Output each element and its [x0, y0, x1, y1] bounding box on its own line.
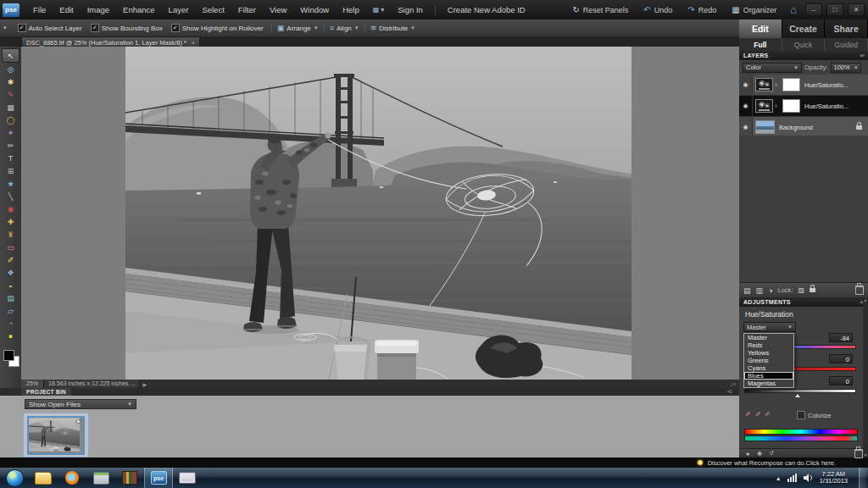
status-resize-icon[interactable]: ⁞≡ — [731, 381, 739, 387]
layer-thumbnail[interactable] — [755, 120, 775, 134]
lock-transparency-icon[interactable]: ▨ — [798, 286, 804, 294]
layer-row-hue-saturatio[interactable]: ◉∞Hue/Saturatio... — [739, 75, 868, 96]
project-bin-menu-icon[interactable]: ▪≡ — [727, 389, 732, 394]
create-adobe-id-link[interactable]: Create New Adobe ID — [441, 0, 532, 19]
sign-in-link[interactable]: Sign In — [391, 0, 430, 19]
distribute-button[interactable]: ≋Distribute▼ — [364, 24, 420, 32]
type-tool[interactable]: T — [3, 152, 19, 164]
opacity-dropdown[interactable]: 100% ▼ — [831, 63, 861, 73]
lock-all-icon[interactable] — [810, 288, 815, 292]
foreground-color-swatch[interactable] — [3, 350, 14, 361]
workspace-layout-button[interactable]: ▦▾ — [373, 6, 385, 14]
taskbar-on-screen-keyboard-button[interactable] — [173, 468, 202, 488]
project-bin-tab[interactable]: PROJECT BIN — [21, 388, 71, 396]
status-arrow-icon[interactable]: ▶ — [140, 381, 149, 387]
red-eye-removal-tool[interactable]: ◉ — [3, 202, 19, 215]
zoom-level[interactable]: 25% — [21, 380, 43, 388]
layer-visibility-toggle[interactable]: ◉ — [739, 75, 753, 95]
eraser-tool[interactable]: ▭ — [3, 241, 19, 253]
new-layer-icon[interactable]: ▤ — [743, 286, 751, 295]
menu-image[interactable]: Image — [81, 0, 116, 19]
colorize-checkbox[interactable] — [797, 411, 805, 419]
crop-tool[interactable]: ⊞ — [3, 164, 19, 177]
reset-adjustment-icon[interactable]: ↺ — [769, 450, 774, 457]
delete-layer-icon[interactable] — [855, 286, 864, 295]
blend-mode-dropdown[interactable]: Color ▼ — [743, 63, 802, 73]
home-icon[interactable]: ⌂ — [786, 3, 801, 16]
mode-full[interactable]: Full — [739, 38, 782, 51]
cookie-cutter-tool[interactable]: ★ — [3, 177, 19, 190]
sponge-tool[interactable]: ● — [3, 330, 19, 342]
channel-option-master[interactable]: Master — [744, 334, 793, 341]
menu-edit[interactable]: Edit — [53, 0, 80, 19]
close-button[interactable]: ✕ — [848, 3, 865, 16]
menu-filter[interactable]: Filter — [231, 0, 263, 19]
speaker-icon[interactable] — [804, 474, 814, 482]
notification-text[interactable]: Discover what Recompose can do.Click her… — [708, 459, 836, 467]
taskbar-library-button[interactable] — [115, 468, 144, 488]
scroll-down-icon[interactable]: ▼ — [864, 452, 868, 458]
tab-edit[interactable]: Edit — [739, 19, 782, 38]
menu-help[interactable]: Help — [336, 0, 366, 19]
delete-adjustment-icon[interactable] — [854, 449, 863, 458]
move-tool[interactable]: ↖ — [2, 48, 19, 63]
panel-menu-icon[interactable]: ▪≡ — [860, 53, 864, 58]
layer-mask-thumbnail[interactable] — [782, 78, 800, 92]
shape-tool[interactable]: ▱ — [3, 304, 19, 317]
undo-button[interactable]: ↶ Undo — [637, 5, 678, 14]
magic-wand-tool[interactable]: ✦ — [3, 126, 19, 139]
taskbar-photoshop-elements-button[interactable]: pse — [144, 468, 173, 488]
lightness-slider-handle[interactable] — [795, 394, 800, 397]
tab-create[interactable]: Create — [782, 19, 826, 38]
taskbar-control-panel-button[interactable] — [86, 468, 115, 488]
channel-option-magentas[interactable]: Magentas — [744, 380, 793, 387]
panel-scrollbar[interactable]: ▲ ▼ — [863, 297, 868, 458]
checkbox-icon[interactable]: ✓ — [18, 24, 26, 32]
restore-button[interactable]: □ — [826, 3, 843, 16]
menu-layer[interactable]: Layer — [162, 0, 196, 19]
straighten-tool[interactable]: ╲ — [3, 190, 19, 202]
menu-window[interactable]: Window — [293, 0, 336, 19]
adjustment-layer-thumbnail[interactable] — [755, 99, 773, 113]
channel-option-reds[interactable]: Reds — [744, 341, 793, 349]
channel-option-cyans[interactable]: Cyans — [744, 364, 793, 372]
lightness-value-field[interactable]: 0 — [829, 376, 853, 385]
saturation-value-field[interactable]: 0 — [829, 354, 853, 363]
rectangular-marquee-tool[interactable]: ▦ — [3, 101, 19, 114]
mode-quick[interactable]: Quick — [782, 38, 826, 51]
option-auto-select-layer[interactable]: ✓Auto Select Layer — [14, 24, 86, 32]
network-icon[interactable] — [787, 474, 798, 482]
blur-tool[interactable]: ◔ — [3, 317, 19, 330]
channel-option-blues[interactable]: Blues — [744, 372, 793, 380]
organizer-button[interactable]: ▦ Organizer — [726, 5, 782, 14]
gradient-tool[interactable]: ▤ — [3, 291, 19, 304]
lasso-tool[interactable]: ◯ — [3, 114, 19, 126]
checkbox-icon[interactable]: ✓ — [91, 24, 99, 32]
mode-guided[interactable]: Guided — [825, 38, 868, 51]
bin-filter-dropdown[interactable]: Show Open Files ▼ — [25, 399, 136, 409]
pencil-tool[interactable]: ✐ — [3, 253, 19, 266]
minimize-button[interactable]: – — [805, 3, 822, 16]
zoom-tool[interactable]: ◎ — [3, 63, 19, 75]
smart-brush-tool[interactable]: ❖ — [3, 266, 19, 279]
hue-value-field[interactable]: -84 — [829, 333, 853, 342]
document-dimensions[interactable]: 18.563 inches x 12.225 inches ... — [43, 380, 140, 388]
layer-mask-thumbnail[interactable] — [782, 99, 800, 113]
eyedropper-subtract-icon[interactable]: ✎ — [763, 411, 771, 417]
clone-stamp-tool[interactable]: ♜ — [3, 228, 19, 241]
new-adjustment-layer-icon[interactable]: ◑ — [768, 286, 772, 295]
option-show-highlight-on-rollover[interactable]: ✓Show Highlight on Rollover — [167, 24, 268, 32]
adjustments-panel-header[interactable]: ADJUSTMENTS ▪≡ — [739, 297, 868, 307]
reset-panels-button[interactable]: ↻ Reset Panels — [566, 5, 634, 14]
photo-canvas[interactable] — [125, 47, 632, 380]
tray-expand-icon[interactable]: ▲ — [776, 475, 782, 481]
eyedropper-tool[interactable]: ✎ — [3, 88, 19, 101]
visibility-toggle-icon[interactable]: ◉ — [757, 450, 762, 457]
panel-collapse-icon[interactable]: ◄ — [744, 451, 750, 457]
eyedropper-add-icon[interactable]: ✎ — [754, 411, 761, 417]
taskbar-start-button[interactable] — [0, 468, 29, 488]
scroll-up-icon[interactable]: ▲ — [864, 297, 868, 302]
quick-selection-tool[interactable]: ✏ — [3, 139, 19, 152]
checkbox-icon[interactable]: ✓ — [171, 24, 180, 32]
redo-button[interactable]: ↷ Redo — [682, 5, 722, 14]
